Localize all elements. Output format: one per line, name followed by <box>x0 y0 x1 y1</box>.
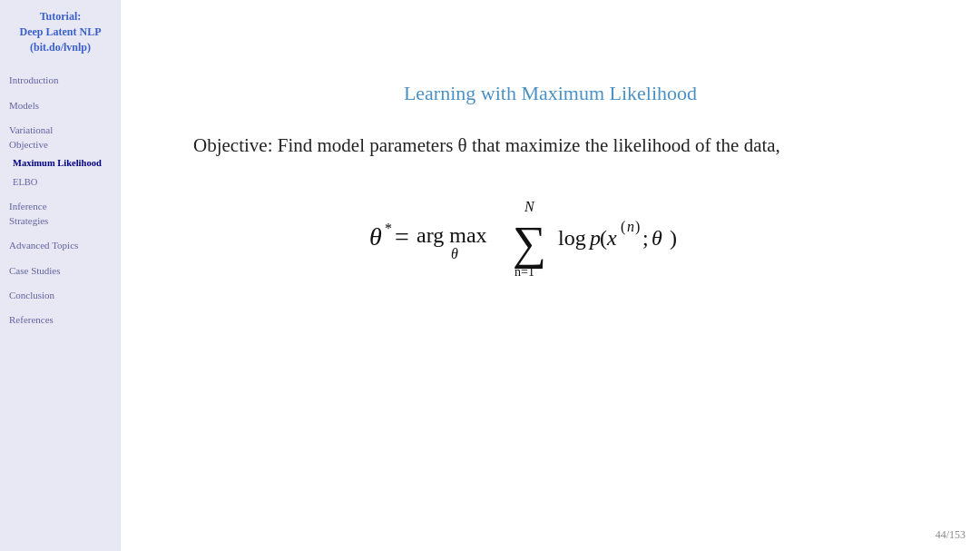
svg-text:θ: θ <box>451 246 458 261</box>
main-content: Learning with Maximum Likelihood Objecti… <box>121 0 980 551</box>
math-formula-svg: θ * = arg max θ ∑ N n=1 log p ( x ( n <box>360 186 760 286</box>
sidebar: Tutorial: Deep Latent NLP (bit.do/lvnlp)… <box>0 0 121 551</box>
svg-text:arg max: arg max <box>416 223 487 247</box>
svg-text:(: ( <box>600 226 607 250</box>
svg-text:n=1: n=1 <box>514 265 534 279</box>
svg-text:x: x <box>606 226 617 250</box>
svg-text:): ) <box>670 226 677 250</box>
sidebar-item-introduction[interactable]: Introduction <box>5 71 115 90</box>
svg-text:N: N <box>524 199 535 214</box>
svg-text:(: ( <box>621 219 625 235</box>
sidebar-item-elbo[interactable]: ELBO <box>5 173 115 192</box>
objective-text: Objective: Find model parameters θ that … <box>193 133 780 159</box>
page-number: 44/153 <box>936 528 965 542</box>
sidebar-item-inference-strategies[interactable]: InferenceStrategies <box>5 197 115 231</box>
svg-text:∑: ∑ <box>513 217 546 270</box>
svg-text:*: * <box>385 221 392 236</box>
svg-text:θ: θ <box>652 226 662 250</box>
svg-text:): ) <box>635 219 640 235</box>
sidebar-item-maximum-likelihood[interactable]: Maximum Likelihood <box>5 154 115 173</box>
svg-text:log: log <box>558 226 586 250</box>
sidebar-item-models[interactable]: Models <box>5 96 115 115</box>
sidebar-item-case-studies[interactable]: Case Studies <box>5 261 115 280</box>
slide-body: Objective: Find model parameters θ that … <box>175 133 926 533</box>
sidebar-item-conclusion[interactable]: Conclusion <box>5 286 115 305</box>
sidebar-item-advanced-topics[interactable]: Advanced Topics <box>5 236 115 255</box>
sidebar-item-references[interactable]: References <box>5 310 115 330</box>
svg-text:p: p <box>588 226 601 250</box>
svg-text:=: = <box>395 222 409 251</box>
slide-title: Learning with Maximum Likelihood <box>175 82 926 105</box>
sidebar-title: Tutorial: Deep Latent NLP (bit.do/lvnlp) <box>5 9 115 54</box>
math-formula-block: θ * = arg max θ ∑ N n=1 log p ( x ( n <box>193 186 926 286</box>
svg-text:n: n <box>627 219 634 234</box>
sidebar-item-variational-objective[interactable]: VariationalObjective <box>5 121 115 154</box>
svg-text:;: ; <box>642 226 649 250</box>
svg-text:θ: θ <box>369 222 382 251</box>
